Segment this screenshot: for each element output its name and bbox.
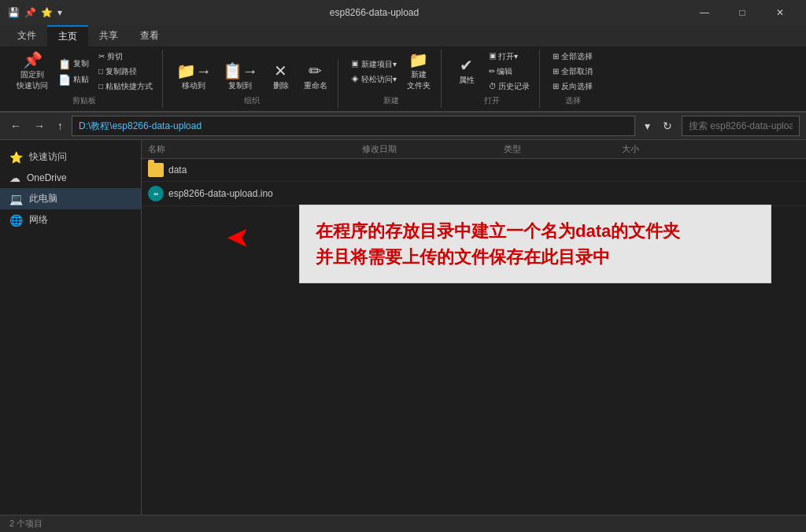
easy-access-button[interactable]: ◈ 轻松访问▾	[348, 72, 400, 87]
copy-button[interactable]: 📋 复制	[55, 57, 92, 71]
back-button[interactable]: ←	[6, 118, 25, 134]
copyto-icon: 📋→	[223, 63, 258, 79]
annotation-line2: 并且将需要上传的文件保存在此目录中	[316, 244, 755, 270]
close-button[interactable]: ✕	[762, 0, 798, 25]
select-all-label: ⊞ 全部选择	[553, 51, 593, 62]
maximize-button[interactable]: □	[724, 0, 760, 25]
move-icon: 📁→	[176, 63, 212, 79]
status-text: 2 个项目	[9, 518, 43, 530]
new-label: 新建	[383, 95, 399, 106]
history-button[interactable]: ⏱ 历史记录	[486, 79, 534, 94]
rename-button[interactable]: ✏ 重命名	[300, 61, 331, 94]
onedrive-label: OneDrive	[27, 172, 67, 183]
select-all-button[interactable]: ⊞ 全部选择	[549, 50, 596, 64]
delete-icon: ✕	[274, 63, 287, 79]
save-icon: 💾	[8, 7, 20, 18]
star-icon: ⭐	[41, 7, 53, 18]
sidebar-item-onedrive[interactable]: ☁ OneDrive	[0, 168, 141, 188]
tab-home[interactable]: 主页	[47, 25, 88, 46]
sidebar-item-this-pc[interactable]: 💻 此电脑	[0, 188, 141, 209]
quick-access-icon: ⭐	[9, 151, 23, 164]
tab-share[interactable]: 共享	[88, 25, 129, 46]
col-name-header[interactable]: 名称	[142, 143, 362, 155]
column-header: 名称 修改日期 类型 大小	[142, 140, 806, 159]
copy-path-button[interactable]: □ 复制路径	[95, 65, 156, 79]
delete-button[interactable]: ✕ 删除	[265, 61, 297, 94]
cut-label: ✂ 剪切	[98, 51, 123, 62]
address-right-buttons: ▾ ↻	[640, 117, 677, 135]
paste-shortcut-button[interactable]: □ 粘贴快捷方式	[95, 79, 156, 94]
title-bar: 💾 📌 ⭐ ▾ esp8266-data-upload — □ ✕	[0, 0, 806, 25]
file-name-cell: ∞ esp8266-data-upload.ino	[148, 186, 368, 201]
new-buttons: ▣ 新建项目▾ ◈ 轻松访问▾ 📁 新建文件夹	[348, 50, 434, 94]
select-label: 选择	[565, 95, 581, 106]
cut-button[interactable]: ✂ 剪切	[95, 50, 156, 64]
copy-to-button[interactable]: 📋→ 复制到	[219, 61, 262, 94]
main-area: ⭐ 快速访问 ☁ OneDrive 💻 此电脑 🌐 网络 名称 修改日期 类型 …	[0, 140, 806, 532]
properties-button[interactable]: ✔ 属性	[451, 55, 482, 88]
forward-button[interactable]: →	[30, 118, 49, 134]
tab-view[interactable]: 查看	[129, 25, 170, 46]
pin-icon: 📌	[23, 52, 43, 68]
new-folder-icon: 📁	[409, 52, 428, 68]
onedrive-icon: ☁	[9, 172, 20, 184]
unselect-all-button[interactable]: ⊞ 全部取消	[549, 65, 596, 79]
move-to-button[interactable]: 📁→ 移动到	[172, 61, 216, 94]
arduino-icon: ∞	[148, 186, 164, 201]
new-folder-button[interactable]: 📁 新建文件夹	[403, 50, 434, 94]
col-date-header[interactable]: 修改日期	[362, 143, 504, 155]
clipboard-buttons: 📌 固定到快速访问 📋 复制 📄 粘贴 ✂ 剪切	[13, 50, 156, 94]
open-label: 打开	[484, 95, 500, 106]
invert-select-button[interactable]: ⊞ 反向选择	[549, 79, 596, 94]
refresh-button[interactable]: ↻	[658, 117, 677, 135]
dropdown-icon: ▾	[57, 7, 62, 18]
organize-label: 组织	[244, 95, 260, 106]
select-buttons: ⊞ 全部选择 ⊞ 全部取消 ⊞ 反向选择	[549, 50, 596, 94]
network-icon: 🌐	[9, 214, 23, 227]
status-bar: 2 个项目	[0, 515, 806, 532]
dropdown-button[interactable]: ▾	[640, 117, 655, 135]
tab-file[interactable]: 文件	[6, 25, 47, 46]
annotation-line1: 在程序的存放目录中建立一个名为data的文件夹	[316, 218, 755, 244]
network-label: 网络	[29, 213, 48, 227]
address-input[interactable]	[72, 116, 635, 136]
col-type-header[interactable]: 类型	[504, 143, 622, 155]
new-item-button[interactable]: ▣ 新建项目▾	[348, 57, 400, 72]
folder-icon	[148, 163, 164, 177]
organize-buttons: 📁→ 移动到 📋→ 复制到 ✕ 删除 ✏ 重命名	[172, 61, 331, 94]
pin-to-quick-button[interactable]: 📌 固定到快速访问	[13, 50, 52, 94]
copy-icon: 📋	[58, 59, 71, 69]
window-controls[interactable]: — □ ✕	[686, 0, 798, 25]
ribbon-group-open: ✔ 属性 ▣ 打开▾ ✏ 编辑 ⏱ 历史记录 打开	[445, 50, 541, 108]
address-bar: ← → ↑ ▾ ↻	[0, 113, 806, 140]
up-button[interactable]: ↑	[54, 118, 67, 134]
this-pc-label: 此电脑	[29, 192, 57, 205]
table-row[interactable]: data	[142, 159, 806, 182]
ribbon-content: 📌 固定到快速访问 📋 复制 📄 粘贴 ✂ 剪切	[0, 46, 806, 112]
open-buttons: ✔ 属性 ▣ 打开▾ ✏ 编辑 ⏱ 历史记录	[451, 50, 534, 94]
edit-label: ✏ 编辑	[489, 66, 513, 77]
quick-access-label: 快速访问	[29, 150, 67, 164]
edit-button[interactable]: ✏ 编辑	[486, 65, 534, 79]
copy-label: 复制	[73, 58, 89, 69]
minimize-button[interactable]: —	[686, 0, 723, 25]
open-button[interactable]: ▣ 打开▾	[486, 50, 534, 64]
clipboard-label: 剪贴板	[72, 95, 96, 106]
unselect-all-label: ⊞ 全部取消	[553, 66, 593, 77]
paste-button[interactable]: 📄 粘贴	[55, 72, 92, 87]
open-label: ▣ 打开▾	[489, 51, 519, 62]
file-area: 名称 修改日期 类型 大小 data ∞ esp8266-data-upload…	[142, 140, 806, 532]
sidebar-item-quick-access[interactable]: ⭐ 快速访问	[0, 146, 141, 168]
annotation-box: 在程序的存放目录中建立一个名为data的文件夹 并且将需要上传的文件保存在此目录…	[299, 205, 771, 283]
ribbon-group-new: ▣ 新建项目▾ ◈ 轻松访问▾ 📁 新建文件夹 新建	[342, 50, 442, 108]
properties-icon: ✔	[460, 57, 473, 73]
sidebar-item-network[interactable]: 🌐 网络	[0, 209, 141, 231]
paste-label: 粘贴	[73, 74, 89, 85]
col-size-header[interactable]: 大小	[622, 143, 701, 155]
search-input[interactable]	[682, 116, 800, 136]
copyto-label: 复制到	[228, 80, 252, 91]
table-row[interactable]: ∞ esp8266-data-upload.ino	[142, 182, 806, 206]
ribbon-group-select: ⊞ 全部选择 ⊞ 全部取消 ⊞ 反向选择 选择	[543, 50, 602, 108]
red-arrow-icon: ➤	[227, 223, 248, 253]
file-name: data	[168, 164, 187, 175]
